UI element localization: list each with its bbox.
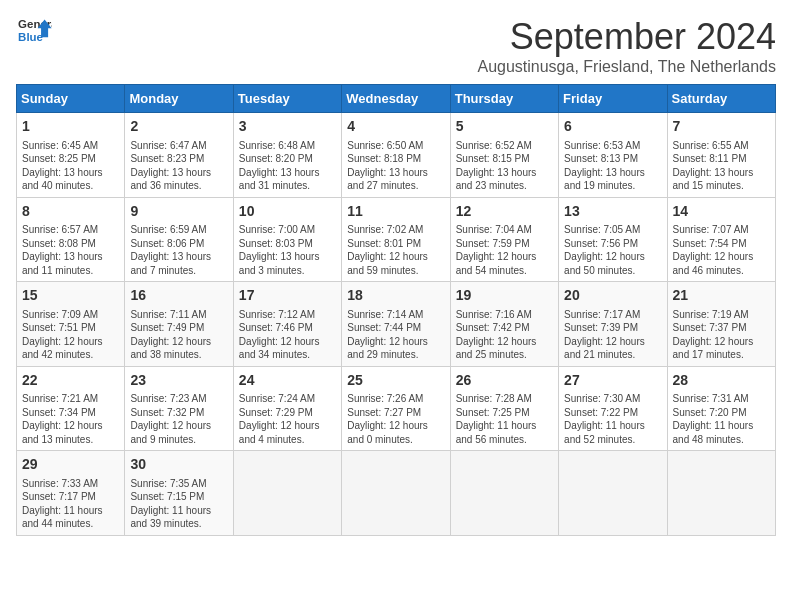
calendar-day-21: 21Sunrise: 7:19 AM Sunset: 7:37 PM Dayli… <box>667 282 775 367</box>
calendar-day-17: 17Sunrise: 7:12 AM Sunset: 7:46 PM Dayli… <box>233 282 341 367</box>
calendar-day-14: 14Sunrise: 7:07 AM Sunset: 7:54 PM Dayli… <box>667 197 775 282</box>
calendar-day-15: 15Sunrise: 7:09 AM Sunset: 7:51 PM Dayli… <box>17 282 125 367</box>
calendar-day-11: 11Sunrise: 7:02 AM Sunset: 8:01 PM Dayli… <box>342 197 450 282</box>
header-friday: Friday <box>559 85 667 113</box>
calendar-day-30: 30Sunrise: 7:35 AM Sunset: 7:15 PM Dayli… <box>125 451 233 536</box>
calendar-day-20: 20Sunrise: 7:17 AM Sunset: 7:39 PM Dayli… <box>559 282 667 367</box>
svg-text:Blue: Blue <box>18 31 43 43</box>
calendar-week-2: 8Sunrise: 6:57 AM Sunset: 8:08 PM Daylig… <box>17 197 776 282</box>
header-sunday: Sunday <box>17 85 125 113</box>
calendar-day-8: 8Sunrise: 6:57 AM Sunset: 8:08 PM Daylig… <box>17 197 125 282</box>
calendar-day-empty <box>559 451 667 536</box>
calendar-day-19: 19Sunrise: 7:16 AM Sunset: 7:42 PM Dayli… <box>450 282 558 367</box>
calendar-day-16: 16Sunrise: 7:11 AM Sunset: 7:49 PM Dayli… <box>125 282 233 367</box>
calendar-week-1: 1Sunrise: 6:45 AM Sunset: 8:25 PM Daylig… <box>17 113 776 198</box>
header-tuesday: Tuesday <box>233 85 341 113</box>
calendar-header-row: Sunday Monday Tuesday Wednesday Thursday… <box>17 85 776 113</box>
calendar-week-4: 22Sunrise: 7:21 AM Sunset: 7:34 PM Dayli… <box>17 366 776 451</box>
location-subtitle: Augustinusga, Friesland, The Netherlands <box>477 58 776 76</box>
calendar-day-12: 12Sunrise: 7:04 AM Sunset: 7:59 PM Dayli… <box>450 197 558 282</box>
calendar-day-4: 4Sunrise: 6:50 AM Sunset: 8:18 PM Daylig… <box>342 113 450 198</box>
calendar-day-9: 9Sunrise: 6:59 AM Sunset: 8:06 PM Daylig… <box>125 197 233 282</box>
calendar-day-empty <box>667 451 775 536</box>
logo-icon: General Blue <box>16 16 52 46</box>
calendar-week-5: 29Sunrise: 7:33 AM Sunset: 7:17 PM Dayli… <box>17 451 776 536</box>
calendar-day-6: 6Sunrise: 6:53 AM Sunset: 8:13 PM Daylig… <box>559 113 667 198</box>
calendar-day-2: 2Sunrise: 6:47 AM Sunset: 8:23 PM Daylig… <box>125 113 233 198</box>
header-monday: Monday <box>125 85 233 113</box>
header-saturday: Saturday <box>667 85 775 113</box>
calendar-day-28: 28Sunrise: 7:31 AM Sunset: 7:20 PM Dayli… <box>667 366 775 451</box>
calendar-day-18: 18Sunrise: 7:14 AM Sunset: 7:44 PM Dayli… <box>342 282 450 367</box>
title-section: September 2024 Augustinusga, Friesland, … <box>477 16 776 76</box>
month-title: September 2024 <box>477 16 776 58</box>
calendar-day-23: 23Sunrise: 7:23 AM Sunset: 7:32 PM Dayli… <box>125 366 233 451</box>
calendar-day-7: 7Sunrise: 6:55 AM Sunset: 8:11 PM Daylig… <box>667 113 775 198</box>
calendar-day-26: 26Sunrise: 7:28 AM Sunset: 7:25 PM Dayli… <box>450 366 558 451</box>
calendar-table: Sunday Monday Tuesday Wednesday Thursday… <box>16 84 776 536</box>
calendar-day-empty <box>450 451 558 536</box>
calendar-day-10: 10Sunrise: 7:00 AM Sunset: 8:03 PM Dayli… <box>233 197 341 282</box>
page-header: General Blue September 2024 Augustinusga… <box>16 16 776 76</box>
calendar-day-13: 13Sunrise: 7:05 AM Sunset: 7:56 PM Dayli… <box>559 197 667 282</box>
calendar-day-3: 3Sunrise: 6:48 AM Sunset: 8:20 PM Daylig… <box>233 113 341 198</box>
calendar-day-24: 24Sunrise: 7:24 AM Sunset: 7:29 PM Dayli… <box>233 366 341 451</box>
calendar-day-29: 29Sunrise: 7:33 AM Sunset: 7:17 PM Dayli… <box>17 451 125 536</box>
calendar-day-27: 27Sunrise: 7:30 AM Sunset: 7:22 PM Dayli… <box>559 366 667 451</box>
calendar-day-empty <box>233 451 341 536</box>
calendar-day-empty <box>342 451 450 536</box>
header-thursday: Thursday <box>450 85 558 113</box>
calendar-day-25: 25Sunrise: 7:26 AM Sunset: 7:27 PM Dayli… <box>342 366 450 451</box>
calendar-day-1: 1Sunrise: 6:45 AM Sunset: 8:25 PM Daylig… <box>17 113 125 198</box>
header-wednesday: Wednesday <box>342 85 450 113</box>
calendar-week-3: 15Sunrise: 7:09 AM Sunset: 7:51 PM Dayli… <box>17 282 776 367</box>
calendar-day-22: 22Sunrise: 7:21 AM Sunset: 7:34 PM Dayli… <box>17 366 125 451</box>
logo: General Blue <box>16 16 52 46</box>
calendar-day-5: 5Sunrise: 6:52 AM Sunset: 8:15 PM Daylig… <box>450 113 558 198</box>
